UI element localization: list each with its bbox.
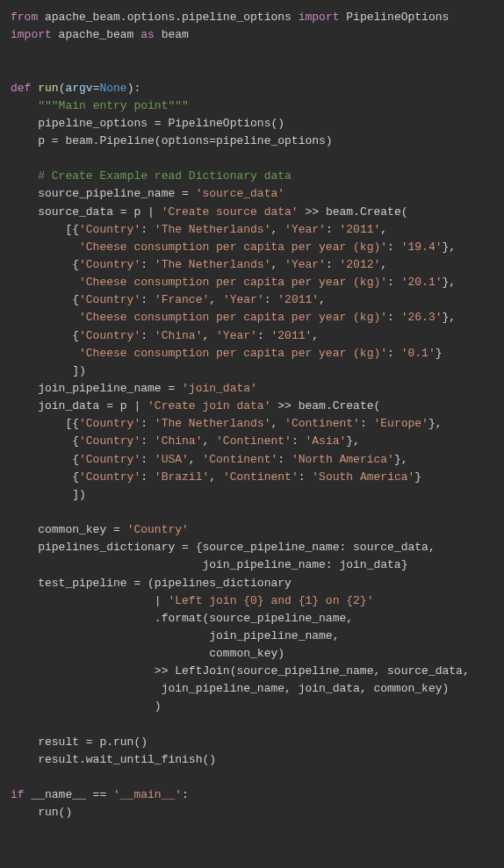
- code-token: apache_beam.options.pipeline_options: [45, 11, 299, 24]
- code-line: 'Cheese consumption per capita per year …: [11, 311, 456, 324]
- code-token: 'Asia': [306, 434, 347, 448]
- code-token: 'Cheese consumption per capita per year …: [79, 347, 387, 360]
- code-line: test_pipeline = (pipelines_dictionary: [11, 577, 292, 590]
- code-line: ]): [11, 364, 86, 377]
- code-token: },: [443, 276, 457, 289]
- code-line: ]): [11, 488, 86, 501]
- code-token: ,: [270, 417, 284, 430]
- code-token: [11, 347, 79, 360]
- code-line: pipelines_dictionary = {source_pipeline_…: [11, 541, 436, 554]
- code-token: join_pipeline_name =: [11, 382, 182, 395]
- code-block: from apache_beam.options.pipeline_option…: [11, 9, 493, 821]
- code-token: 'Country': [79, 470, 140, 484]
- code-token: 'Continent': [223, 470, 299, 484]
- code-token: argv: [65, 82, 92, 95]
- code-token: :: [182, 788, 189, 801]
- code-line: p = beam.Pipeline(options=pipeline_optio…: [11, 134, 333, 147]
- code-token: :: [326, 258, 340, 271]
- code-token: 'Country': [127, 523, 189, 536]
- code-token: 'Country': [79, 417, 140, 430]
- code-token: },: [346, 434, 360, 448]
- code-token: join_pipeline_name,: [11, 629, 339, 642]
- code-token: 'Country': [79, 223, 140, 236]
- code-line: common_key = 'Country': [11, 523, 189, 536]
- code-token: 'Cheese consumption per capita per year …: [79, 240, 387, 254]
- code-token: 'join_data': [182, 382, 257, 395]
- code-token: },: [428, 417, 443, 430]
- code-token: 'Cheese consumption per capita per year …: [79, 276, 387, 289]
- code-line: join_pipeline_name: join_data}: [11, 558, 407, 571]
- code-token: ,: [189, 453, 203, 466]
- code-token: 'The Netherlands': [155, 223, 271, 236]
- code-token: 'USA': [155, 453, 189, 466]
- code-token: 'Create source data': [162, 205, 299, 219]
- code-token: 'Left join {0} and {1} on {2}': [168, 594, 373, 607]
- code-line: {'Country': 'The Netherlands', 'Year': '…: [11, 258, 387, 271]
- code-line: {'Country': 'France', 'Year': '2011',: [11, 293, 326, 306]
- code-token: ,: [202, 434, 216, 448]
- code-token: :: [264, 293, 278, 306]
- code-token: {: [11, 453, 79, 466]
- code-line: .format(source_pipeline_name,: [11, 612, 353, 625]
- code-token: 'Continent': [284, 417, 360, 430]
- code-token: ,: [319, 293, 326, 306]
- code-token: '2011': [340, 223, 381, 236]
- code-token: result.wait_until_finish(): [11, 753, 216, 766]
- code-token: beam: [162, 28, 189, 41]
- code-token: .format(source_pipeline_name,: [11, 612, 353, 625]
- code-token: {: [11, 470, 79, 484]
- code-token: {: [11, 258, 79, 271]
- code-token: p = beam.Pipeline(options=pipeline_optio…: [11, 134, 333, 147]
- code-token: :: [140, 329, 155, 342]
- code-token: [11, 169, 38, 183]
- code-token: result = p.run(): [11, 735, 148, 749]
- code-token: test_pipeline = (pipelines_dictionary: [11, 577, 292, 590]
- code-token: ,: [380, 223, 387, 236]
- code-line: join_data = p | 'Create join data' >> be…: [11, 399, 380, 412]
- code-token: '__main__': [113, 788, 182, 801]
- code-token: },: [443, 311, 457, 324]
- code-line: if __name__ == '__main__':: [11, 788, 189, 801]
- code-line: 'Cheese consumption per capita per year …: [11, 276, 456, 289]
- code-token: 'North America': [292, 453, 394, 466]
- code-token: :: [299, 470, 313, 484]
- code-line: join_pipeline_name = 'join_data': [11, 382, 257, 395]
- code-token: 'Country': [79, 293, 140, 306]
- code-token: ,: [209, 470, 223, 484]
- code-token: 'Create join data': [148, 399, 270, 412]
- code-token: pipelines_dictionary = {source_pipeline_…: [11, 541, 436, 554]
- code-line: result = p.run(): [11, 735, 148, 749]
- code-line: >> LeftJoin(source_pipeline_name, source…: [11, 664, 470, 678]
- code-token: # Create Example read Dictionary data: [38, 169, 292, 183]
- code-token: [{: [11, 223, 79, 236]
- code-line: result.wait_until_finish(): [11, 753, 216, 766]
- code-token: :: [140, 417, 155, 430]
- code-token: :: [277, 453, 292, 466]
- code-line: | 'Left join {0} and {1} on {2}': [11, 594, 373, 607]
- code-line: {'Country': 'China', 'Year': '2011',: [11, 329, 319, 342]
- code-line: [{'Country': 'The Netherlands', 'Contine…: [11, 417, 443, 430]
- code-token: },: [443, 240, 457, 254]
- code-token: '2012': [340, 258, 381, 271]
- code-token: '2011': [270, 329, 312, 342]
- code-token: source_data = p |: [11, 205, 162, 219]
- code-token: if: [11, 788, 31, 801]
- code-token: 'The Netherlands': [155, 258, 271, 271]
- code-token: 'Brazil': [155, 470, 209, 484]
- code-token: [11, 311, 79, 324]
- code-line: {'Country': 'China', 'Continent': 'Asia'…: [11, 434, 360, 448]
- code-token: ,: [312, 329, 319, 342]
- code-token: |: [11, 594, 168, 607]
- code-token: common_key): [11, 647, 284, 660]
- code-token: """Main entry point""": [38, 99, 189, 112]
- code-token: join_pipeline_name: join_data}: [11, 558, 407, 571]
- code-token: :: [387, 276, 401, 289]
- code-token: 'Country': [79, 453, 140, 466]
- code-token: :: [292, 434, 306, 448]
- code-token: [11, 240, 79, 254]
- code-token: 'Country': [79, 258, 140, 271]
- code-line: [{'Country': 'The Netherlands', 'Year': …: [11, 223, 387, 236]
- code-line: ): [11, 699, 162, 713]
- code-token: [11, 276, 79, 289]
- code-token: 'Year': [216, 329, 257, 342]
